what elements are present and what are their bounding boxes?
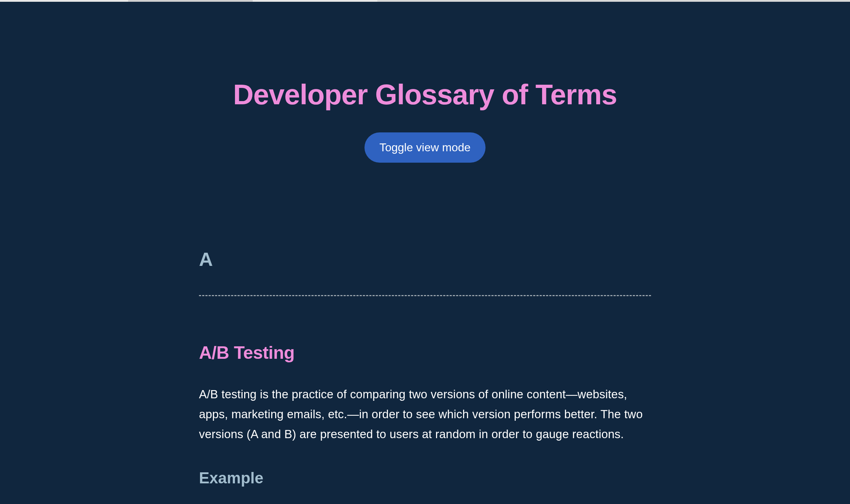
toggle-view-mode-button[interactable]: Toggle view mode xyxy=(364,132,486,163)
header-section: Developer Glossary of Terms Toggle view … xyxy=(158,2,692,248)
example-heading: Example xyxy=(199,469,651,487)
section-divider xyxy=(199,295,651,296)
content-section: A A/B Testing A/B testing is the practic… xyxy=(158,248,692,504)
window-top-bar xyxy=(0,0,850,2)
term-title: A/B Testing xyxy=(199,342,651,363)
term-entry: A/B Testing A/B testing is the practice … xyxy=(199,342,651,504)
main-container: Developer Glossary of Terms Toggle view … xyxy=(122,2,728,504)
section-letter-heading: A xyxy=(199,248,651,270)
page-title: Developer Glossary of Terms xyxy=(158,78,692,111)
term-description: A/B testing is the practice of comparing… xyxy=(199,384,651,444)
